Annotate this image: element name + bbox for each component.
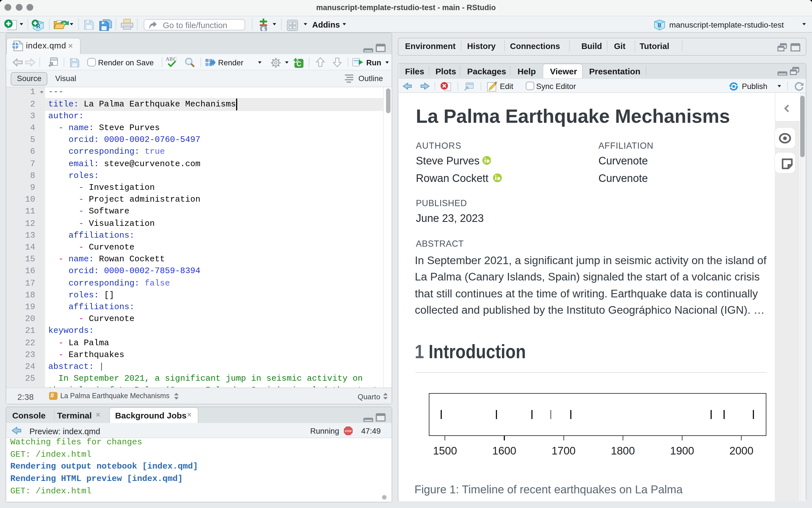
- svg-text:STOP: STOP: [345, 429, 352, 432]
- svg-text:R: R: [657, 22, 662, 29]
